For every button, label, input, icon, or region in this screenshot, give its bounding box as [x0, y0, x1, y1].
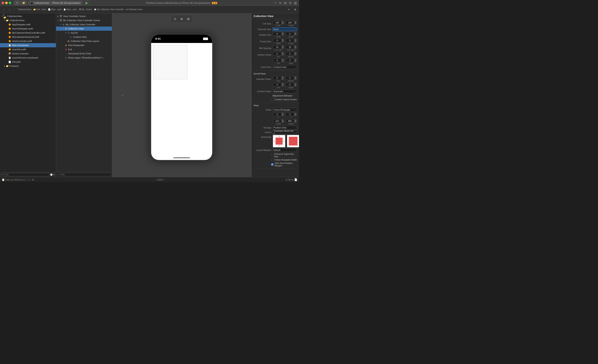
iol-decrement[interactable]: ▼ [282, 85, 284, 86]
breadcrumb-main-ase[interactable]: 📋 Main...ase) [63, 8, 77, 11]
tree-item-viewcontroller[interactable]: 🔶 ViewController.swift [0, 39, 56, 43]
breadcrumb-coll-view[interactable]: 📁 Coll...View [33, 8, 46, 11]
tree-item-vc-scene[interactable]: ▶ 🎬 View Controller Scene [56, 14, 112, 18]
sir-decrement[interactable]: ▼ [294, 60, 297, 62]
tree-item-collectionview-group[interactable]: ▼ 📁 CollectionView [0, 18, 56, 22]
forward-button[interactable]: › [7, 7, 12, 12]
inspector-toggle-button[interactable]: ▤ [293, 1, 297, 5]
hh-increment[interactable]: ▲ [294, 32, 297, 34]
run-button[interactable]: ▶ [84, 1, 90, 5]
section-bottom-input[interactable] [285, 52, 294, 56]
fh-decrement[interactable]: ▼ [294, 40, 297, 42]
layout-dropdown[interactable]: Translates Mask Into C... ⌄ [272, 130, 297, 134]
min-spacing-lines-input[interactable] [285, 45, 294, 49]
indicator-top-input[interactable] [273, 76, 282, 80]
iot-increment[interactable]: ▲ [282, 76, 284, 78]
msl-increment[interactable]: ▲ [294, 45, 297, 47]
recent-filter-button[interactable]: 🕐 [50, 173, 52, 176]
section-top-input[interactable] [273, 52, 282, 56]
content-insets-dropdown[interactable]: Automatic ⌄ [272, 89, 297, 93]
minimize-button[interactable] [5, 2, 8, 4]
add-destination-button[interactable]: + [273, 1, 277, 5]
tree-item-appdelegate[interactable]: 🔶 AppDelegate.swift [0, 22, 56, 27]
pw-decrement[interactable]: ▼ [282, 121, 284, 123]
tree-item-myvc-scene[interactable]: ▼ 🎬 My Collection View Controller Scene [56, 18, 112, 22]
color-scheme-button[interactable]: ⊕ [179, 16, 185, 22]
tree-item-mycell[interactable]: ▼ ⊡ myCell [56, 31, 112, 35]
ph-increment[interactable]: ▲ [294, 119, 297, 121]
indicator-left-input[interactable] [273, 83, 282, 87]
device-config-button[interactable]: ⊙ [172, 16, 178, 22]
indicator-bottom-input[interactable] [285, 76, 294, 80]
section-left-input[interactable] [273, 58, 282, 62]
library-btn[interactable]: ⊕ [292, 7, 298, 12]
tree-item-mainstoryboard[interactable]: 📋 Main.storyboard [0, 43, 56, 47]
tree-item-segue[interactable]: ⊙ Show segue "ShowSecondView" t... [56, 56, 112, 60]
tree-item-mycollectionviewcontroller[interactable]: 🔶 MyCollectionViewController.swift [0, 31, 56, 35]
fullscreen-button[interactable] [9, 2, 11, 4]
cell-width-decrement[interactable]: ▼ [282, 23, 284, 24]
cell-width-increment[interactable]: ▲ [282, 21, 284, 23]
breadcrumb-collectionview-icon[interactable]: 📱 CollectionView [15, 8, 31, 11]
arrange-dropdown[interactable]: Position View ⌄ [272, 126, 297, 129]
sib-decrement[interactable]: ▼ [294, 54, 297, 55]
tree-item-first-responder[interactable]: ⊕ First Responder [56, 43, 112, 47]
hw-increment[interactable]: ▲ [282, 32, 284, 34]
iol-increment[interactable]: ▲ [282, 83, 284, 85]
sit-increment[interactable]: ▲ [282, 52, 284, 54]
iob-decrement[interactable]: ▼ [294, 78, 297, 80]
iob-increment[interactable]: ▲ [294, 76, 297, 78]
footer-height-input[interactable] [285, 39, 294, 42]
breadcrumb-main-oard[interactable]: 📄 Main...oard [48, 8, 61, 11]
px-increment[interactable]: ▲ [282, 113, 284, 114]
px-decrement[interactable]: ▼ [282, 114, 284, 116]
breadcrumb-myvc[interactable]: 🔲 My Collection View Controller [94, 8, 124, 11]
cell-height-decrement[interactable]: ▼ [294, 23, 297, 24]
pos-x-input[interactable] [273, 113, 282, 116]
sidebar-toggle-button[interactable]: ⊟ [14, 1, 20, 5]
tree-item-products[interactable]: ▶ 📁 Products [0, 64, 56, 68]
estimate-size-dropdown[interactable]: None ⌄ [272, 27, 297, 31]
indicator-right-input[interactable] [285, 83, 294, 87]
assistant-editor-button[interactable]: ⇆ [278, 1, 282, 5]
back-button[interactable]: ‹ [1, 7, 7, 12]
pos-h-input[interactable] [285, 119, 294, 123]
inset-from-dropdown[interactable]: Content Inset ⌄ [272, 65, 297, 69]
hw-decrement[interactable]: ▼ [282, 34, 284, 35]
zoom-plus-button[interactable]: + [164, 178, 165, 181]
navigator-toggle-button[interactable]: 📁 [21, 1, 27, 5]
layout-toggle-button[interactable]: ⊞ [283, 1, 287, 5]
header-width-input[interactable] [273, 32, 282, 36]
py-decrement[interactable]: ▼ [294, 114, 297, 116]
tree-item-userinfo[interactable]: 🔶 UserInfo.swift [0, 47, 56, 51]
msc-decrement[interactable]: ▼ [282, 47, 284, 49]
cell-height-input[interactable] [285, 21, 294, 24]
status-icon-4[interactable]: 📄 [294, 178, 297, 181]
tree-item-launchscreen[interactable]: 📋 LaunchScreen.storyboard [0, 56, 56, 60]
tree-item-scenedelegate[interactable]: 🔶 SceneDelegate.swift [0, 27, 56, 31]
follow-readable-width-checkbox[interactable] [271, 159, 274, 161]
ph-decrement[interactable]: ▼ [294, 121, 297, 123]
pos-w-input[interactable] [273, 119, 282, 123]
footer-width-input[interactable] [273, 39, 282, 42]
canvas-area[interactable]: ⊙ ⊕ ⊞ → 9:41 [112, 13, 251, 177]
min-spacing-cells-input[interactable] [273, 45, 282, 49]
pos-y-input[interactable] [285, 113, 294, 116]
pw-increment[interactable]: ▲ [282, 119, 284, 121]
close-button[interactable] [2, 2, 4, 4]
safe-area-margins-checkbox[interactable]: ✓ [271, 163, 274, 166]
tree-item-infoplist[interactable]: 📄 Info.plist [0, 60, 56, 64]
hh-decrement[interactable]: ▼ [294, 34, 297, 35]
ior-increment[interactable]: ▲ [294, 83, 297, 85]
tree-item-storyboard-entry[interactable]: → Storyboard Entry Point [56, 51, 112, 56]
tree-item-content-view[interactable]: ▢ Content View [56, 35, 112, 39]
tree-item-collection-view[interactable]: ▼ ⊞ Collection View [56, 27, 112, 31]
fw-decrement[interactable]: ▼ [282, 40, 284, 42]
sil-increment[interactable]: ▲ [282, 59, 284, 60]
section-right-input[interactable] [285, 58, 294, 62]
tree-item-assets[interactable]: 📦 Assets.xcassets [0, 51, 56, 56]
scheme-selector[interactable]: 📱 CollectionView › iPhone SE (2nd genera… [28, 1, 82, 5]
left-filter-input[interactable] [3, 173, 49, 176]
iot-decrement[interactable]: ▼ [282, 78, 284, 80]
sib-increment[interactable]: ▲ [294, 52, 297, 54]
